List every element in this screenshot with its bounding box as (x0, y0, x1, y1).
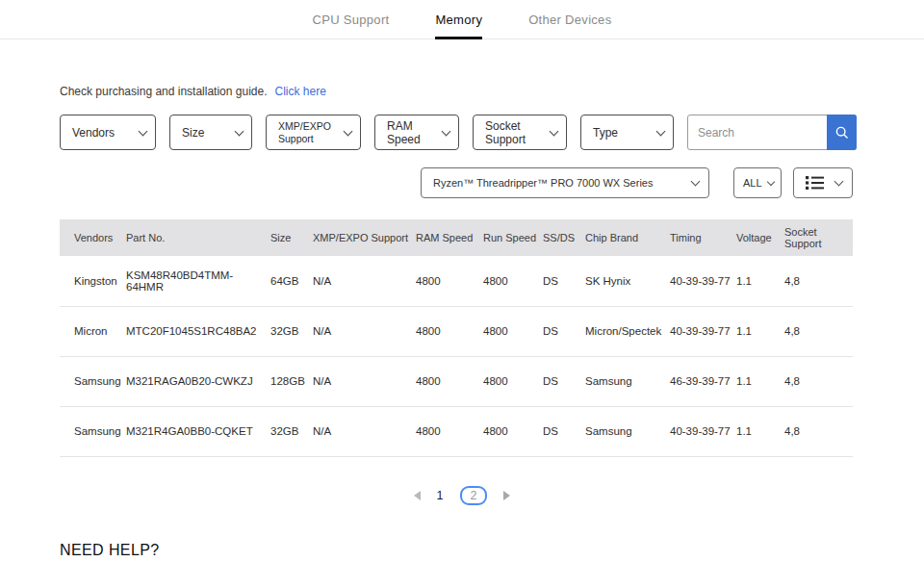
need-help-heading: NEED HELP? (60, 542, 160, 559)
xmp-expo-support-dropdown[interactable]: XMP/EXPO Support (266, 115, 361, 150)
col-header-ss-ds: SS/DS (543, 219, 585, 256)
scope-dropdown-label: ALL (743, 177, 762, 189)
cell-size: 64GB (270, 256, 313, 306)
cell-chip-brand: Samsung (585, 406, 670, 456)
size-dropdown[interactable]: Size (169, 115, 252, 150)
cell-size: 32GB (270, 306, 313, 356)
cell-xmp-expo: N/A (313, 306, 416, 356)
cell-ram-speed: 4800 (416, 406, 483, 456)
search-input[interactable] (688, 115, 827, 149)
scope-dropdown[interactable]: ALL (733, 167, 782, 198)
table-row: Samsung M321R4GA0BB0-CQKET 32GB N/A 4800… (60, 406, 853, 456)
col-header-xmp-expo: XMP/EXPO Support (313, 219, 416, 256)
table-row: Kingston KSM48R40BD4TMM-64HMR 64GB N/A 4… (60, 256, 853, 306)
search-box (687, 115, 857, 150)
table-row: Micron MTC20F1045S1RC48BA2 32GB N/A 4800… (60, 306, 853, 356)
chevron-down-icon (235, 126, 244, 136)
cell-timing: 40-39-39-77 (670, 406, 736, 456)
guide-click-here-link[interactable]: Click here (274, 85, 325, 98)
col-header-chip-brand: Chip Brand (585, 219, 670, 256)
cell-part-no: M321RAGA0B20-CWKZJ (126, 356, 270, 406)
ram-speed-dropdown-label: RAM Speed (387, 119, 437, 146)
cell-voltage: 1.1 (736, 406, 784, 456)
cell-chip-brand: SK Hynix (585, 256, 670, 306)
col-header-run-speed: Run Speed (483, 219, 543, 256)
memory-support-page: CPU Support Memory Other Devices Check p… (0, 0, 924, 562)
ram-speed-dropdown[interactable]: RAM Speed (374, 115, 459, 150)
guide-note: Check purchasing and installation guide.… (60, 85, 326, 98)
cell-part-no: M321R4GA0BB0-CQKET (126, 406, 270, 456)
socket-support-dropdown[interactable]: Socket Support (473, 115, 567, 150)
col-header-size: Size (270, 219, 313, 256)
cell-ss-ds: DS (543, 256, 585, 306)
tab-memory[interactable]: Memory (435, 0, 482, 39)
table-row: Samsung M321RAGA0B20-CWKZJ 128GB N/A 480… (60, 356, 853, 406)
cpu-series-dropdown[interactable]: Ryzen™ Threadripper™ PRO 7000 WX Series (421, 167, 709, 198)
previous-page-icon[interactable] (414, 491, 421, 500)
tab-bar: CPU Support Memory Other Devices (0, 0, 924, 39)
chevron-down-icon (767, 177, 775, 185)
list-view-icon (805, 174, 826, 192)
filter-row: Vendors Size XMP/EXPO Support RAM Speed … (60, 115, 857, 150)
cell-vendor: Kingston (60, 256, 126, 306)
xmp-expo-dropdown-label: XMP/EXPO Support (278, 120, 337, 143)
tab-other-devices[interactable]: Other Devices (528, 0, 611, 39)
cell-socket-support: 4,8 (784, 256, 853, 306)
search-icon (834, 125, 850, 140)
cell-voltage: 1.1 (736, 256, 784, 306)
cpu-series-dropdown-label: Ryzen™ Threadripper™ PRO 7000 WX Series (433, 177, 653, 189)
type-dropdown-label: Type (593, 126, 618, 140)
chevron-down-icon (834, 177, 844, 187)
tab-cpu-support[interactable]: CPU Support (313, 0, 390, 39)
page-button-2-current[interactable]: 2 (460, 486, 488, 505)
col-header-timing: Timing (670, 219, 736, 256)
cell-socket-support: 4,8 (784, 356, 853, 406)
cell-socket-support: 4,8 (784, 306, 853, 356)
cell-vendor: Samsung (60, 356, 126, 406)
cell-ram-speed: 4800 (416, 306, 483, 356)
col-header-voltage: Voltage (736, 219, 784, 256)
vendors-dropdown-label: Vendors (72, 126, 115, 140)
chevron-down-icon (550, 126, 559, 136)
cell-size: 32GB (270, 406, 313, 456)
page-button-1[interactable]: 1 (437, 489, 444, 502)
pagination: 1 2 (0, 486, 924, 505)
cell-run-speed: 4800 (483, 306, 543, 356)
view-mode-dropdown[interactable] (793, 167, 853, 198)
cell-size: 128GB (270, 356, 313, 406)
memory-qvl-table: Vendors Part No. Size XMP/EXPO Support R… (60, 219, 853, 457)
vendors-dropdown[interactable]: Vendors (60, 115, 156, 150)
cell-timing: 46-39-39-77 (670, 356, 736, 406)
cell-run-speed: 4800 (483, 256, 543, 306)
chevron-down-icon (691, 177, 701, 187)
cell-ss-ds: DS (543, 356, 585, 406)
cell-timing: 40-39-39-77 (670, 306, 736, 356)
cell-part-no: MTC20F1045S1RC48BA2 (126, 306, 270, 356)
cell-ss-ds: DS (543, 406, 585, 456)
cell-ram-speed: 4800 (416, 356, 483, 406)
chevron-down-icon (442, 126, 451, 136)
cell-ss-ds: DS (543, 306, 585, 356)
cell-vendor: Samsung (60, 406, 126, 456)
next-page-icon[interactable] (503, 491, 510, 500)
cell-ram-speed: 4800 (416, 256, 483, 306)
table-header-row: Vendors Part No. Size XMP/EXPO Support R… (60, 219, 853, 256)
cell-socket-support: 4,8 (784, 406, 853, 456)
socket-support-dropdown-label: Socket Support (485, 119, 545, 146)
col-header-socket-support: Socket Support (784, 219, 853, 256)
cell-xmp-expo: N/A (313, 356, 416, 406)
cell-timing: 40-39-39-77 (670, 256, 736, 306)
type-dropdown[interactable]: Type (580, 115, 674, 150)
size-dropdown-label: Size (182, 126, 204, 140)
search-button[interactable] (827, 115, 857, 150)
cell-chip-brand: Micron/Spectek (585, 306, 670, 356)
cell-vendor: Micron (60, 306, 126, 356)
cell-part-no: KSM48R40BD4TMM-64HMR (126, 256, 270, 306)
cell-voltage: 1.1 (736, 306, 784, 356)
col-header-vendors: Vendors (60, 219, 126, 256)
guide-text: Check purchasing and installation guide. (60, 85, 267, 98)
cell-run-speed: 4800 (483, 356, 543, 406)
cell-xmp-expo: N/A (313, 406, 416, 456)
chevron-down-icon (656, 126, 666, 136)
cell-chip-brand: Samsung (585, 356, 670, 406)
